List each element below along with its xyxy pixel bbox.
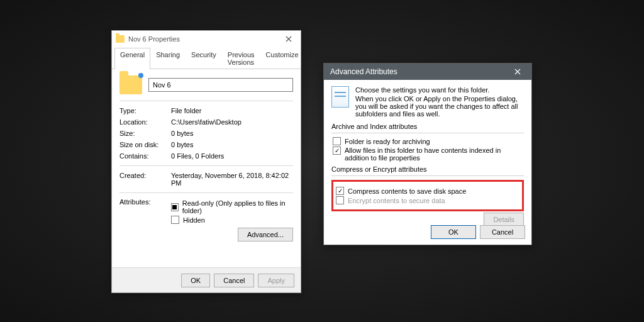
hidden-label: Hidden <box>183 216 205 224</box>
document-icon <box>331 86 349 108</box>
intro-line-2: When you click OK or Apply on the Proper… <box>355 95 524 118</box>
readonly-checkbox[interactable] <box>171 203 179 211</box>
close-button[interactable] <box>279 33 298 45</box>
advanced-button[interactable]: Advanced... <box>238 228 293 242</box>
separator <box>331 133 524 133</box>
index-label: Allow files in this folder to have conte… <box>345 147 524 162</box>
separator <box>331 175 524 176</box>
separator <box>119 101 293 101</box>
readonly-label: Read-only (Only applies to files in fold… <box>182 199 293 214</box>
index-checkbox[interactable] <box>333 147 341 155</box>
apply-button[interactable]: Apply <box>258 274 294 287</box>
location-value: C:\Users\fatiw\Desktop <box>171 118 293 126</box>
advanced-titlebar: Advanced Attributes <box>324 64 531 80</box>
archive-label: Folder is ready for archiving <box>345 138 430 145</box>
properties-footer: OK Cancel Apply <box>112 267 301 292</box>
close-button[interactable] <box>506 64 529 80</box>
tab-general[interactable]: General <box>114 48 150 69</box>
advanced-title: Advanced Attributes <box>330 67 397 76</box>
tab-previous-versions[interactable]: Previous Versions <box>222 48 260 69</box>
size-value: 0 bytes <box>171 130 293 137</box>
attributes-label: Attributes: <box>119 198 171 206</box>
folder-name-input[interactable] <box>148 78 293 92</box>
encrypt-label: Encrypt contents to secure data <box>348 197 445 204</box>
size-on-disk-label: Size on disk: <box>119 141 171 148</box>
location-label: Location: <box>119 118 171 126</box>
size-on-disk-value: 0 bytes <box>171 141 293 148</box>
tab-security[interactable]: Security <box>186 48 222 69</box>
tab-sharing[interactable]: Sharing <box>150 48 186 69</box>
cancel-button[interactable]: Cancel <box>214 274 254 287</box>
separator <box>119 192 293 193</box>
cancel-button[interactable]: Cancel <box>480 225 525 239</box>
folder-icon <box>116 35 125 43</box>
archive-index-group-title: Archive and Index attributes <box>331 123 524 130</box>
advanced-body: Choose the settings you want for this fo… <box>324 80 531 231</box>
advanced-attributes-dialog: Advanced Attributes Choose the settings … <box>323 63 532 245</box>
created-value: Yesterday, November 6, 2018, 8:42:02 PM <box>171 172 293 187</box>
contains-label: Contains: <box>119 152 171 160</box>
type-value: File folder <box>171 107 293 114</box>
compress-encrypt-group-title: Compress or Encrypt attributes <box>331 165 524 173</box>
separator <box>119 165 293 166</box>
folder-large-icon <box>119 75 142 94</box>
intro-line-1: Choose the settings you want for this fo… <box>355 86 524 94</box>
tab-customize[interactable]: Customize <box>260 48 304 69</box>
encrypt-checkbox[interactable] <box>336 196 344 204</box>
tab-bar: General Sharing Security Previous Versio… <box>112 47 301 69</box>
properties-dialog: Nov 6 Properties General Sharing Securit… <box>111 30 301 293</box>
properties-titlebar: Nov 6 Properties <box>112 31 301 47</box>
type-label: Type: <box>119 107 171 114</box>
properties-body: Type:File folder Location:C:\Users\fatiw… <box>112 69 301 247</box>
advanced-footer: OK Cancel <box>324 219 531 245</box>
hidden-checkbox[interactable] <box>171 216 179 224</box>
properties-title: Nov 6 Properties <box>128 35 180 43</box>
contains-value: 0 Files, 0 Folders <box>171 152 293 160</box>
ok-button[interactable]: OK <box>181 274 210 287</box>
compress-label: Compress contents to save disk space <box>348 187 466 195</box>
compress-checkbox[interactable] <box>336 187 344 195</box>
ok-button[interactable]: OK <box>431 225 476 239</box>
highlight-box: Compress contents to save disk space Enc… <box>331 180 524 211</box>
size-label: Size: <box>119 130 171 137</box>
archive-checkbox[interactable] <box>333 137 341 145</box>
created-label: Created: <box>119 172 171 187</box>
